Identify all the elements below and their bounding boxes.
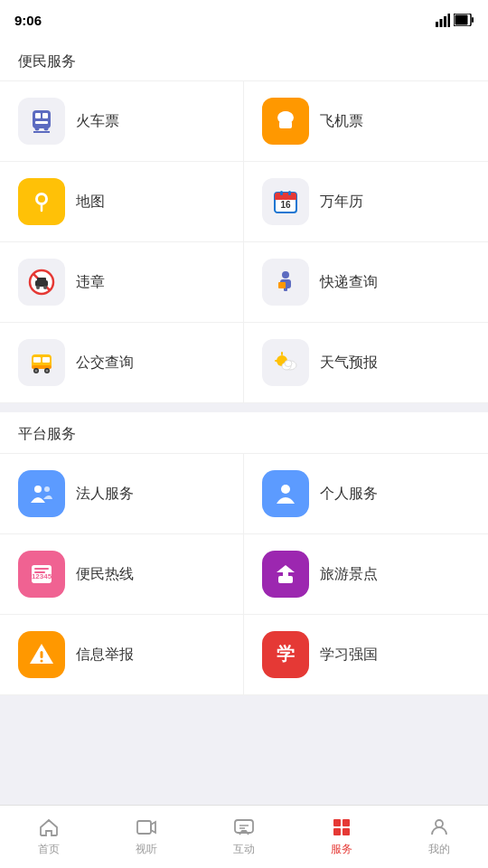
svg-text:12345: 12345 xyxy=(32,572,52,580)
study-label: 学习强国 xyxy=(320,646,378,665)
svg-point-71 xyxy=(436,820,443,827)
platform-services-grid: 法人服务 个人服务 12345 xyxy=(0,453,488,695)
train-item[interactable]: 火车票 xyxy=(0,81,244,162)
map-item[interactable]: 地图 xyxy=(0,162,244,242)
convenient-services-section: 便民服务 火车票 xyxy=(0,40,488,403)
video-nav-icon xyxy=(136,816,157,838)
svg-rect-28 xyxy=(37,278,46,282)
svg-rect-67 xyxy=(333,819,341,826)
svg-point-11 xyxy=(35,127,40,131)
hotline-icon-wrap: 12345 xyxy=(18,551,65,598)
tourism-item[interactable]: 旅游景点 xyxy=(244,534,488,615)
weather-item[interactable]: 天气预报 xyxy=(244,323,488,403)
status-bar: 9:06 xyxy=(0,0,488,40)
express-label: 快递查询 xyxy=(320,273,378,292)
nav-service-label: 服务 xyxy=(331,842,352,857)
svg-text:学: 学 xyxy=(277,644,295,664)
platform-services-title: 平台服务 xyxy=(0,412,488,453)
svg-rect-9 xyxy=(42,113,48,118)
svg-marker-57 xyxy=(277,565,295,572)
svg-point-50 xyxy=(44,486,50,492)
bus-label: 公交查询 xyxy=(76,354,134,373)
svg-rect-1 xyxy=(440,19,443,27)
personal-icon xyxy=(271,479,300,508)
personal-item[interactable]: 个人服务 xyxy=(244,454,488,534)
nav-interact[interactable]: 互动 xyxy=(195,816,293,857)
map-label: 地图 xyxy=(76,193,105,212)
calendar-icon: 16 xyxy=(271,187,300,216)
platform-services-section: 平台服务 法人服务 xyxy=(0,412,488,695)
svg-rect-63 xyxy=(137,821,151,834)
chat-nav-icon xyxy=(233,816,255,838)
convenient-services-title: 便民服务 xyxy=(0,40,488,80)
status-icons xyxy=(436,13,474,27)
grid-nav-icon xyxy=(331,816,352,838)
nav-mine-label: 我的 xyxy=(428,842,450,857)
flight-label: 飞机票 xyxy=(320,112,363,131)
tourism-label: 旅游景点 xyxy=(320,565,378,584)
svg-rect-0 xyxy=(436,22,438,27)
legal-item[interactable]: 法人服务 xyxy=(0,454,244,534)
svg-rect-24 xyxy=(288,191,291,195)
nav-mine[interactable]: 我的 xyxy=(390,816,488,857)
svg-rect-23 xyxy=(280,191,283,195)
calendar-label: 万年历 xyxy=(320,193,363,212)
tourism-icon xyxy=(271,560,300,589)
legal-icon xyxy=(27,479,56,508)
nav-home-label: 首页 xyxy=(38,842,60,857)
svg-rect-60 xyxy=(41,651,43,658)
nav-video[interactable]: 视听 xyxy=(98,816,195,857)
calendar-icon-wrap: 16 xyxy=(262,178,309,225)
svg-rect-54 xyxy=(34,568,49,570)
violation-icon xyxy=(27,268,56,297)
express-icon xyxy=(271,268,300,297)
report-icon xyxy=(27,640,56,669)
main-content: 便民服务 火车票 xyxy=(0,40,488,805)
flight-item[interactable]: 飞机票 xyxy=(244,81,488,162)
hotline-item[interactable]: 12345 便民热线 xyxy=(0,534,244,615)
svg-rect-37 xyxy=(42,357,50,363)
train-label: 火车票 xyxy=(76,112,119,131)
svg-rect-55 xyxy=(34,571,45,573)
tourism-icon-wrap xyxy=(262,551,309,598)
svg-point-49 xyxy=(34,486,42,493)
svg-rect-6 xyxy=(472,17,474,23)
svg-rect-69 xyxy=(333,828,341,835)
svg-rect-2 xyxy=(444,16,446,27)
violation-item[interactable]: 违章 xyxy=(0,242,244,323)
flight-icon xyxy=(271,107,300,136)
violation-icon-wrap xyxy=(18,259,65,306)
bus-icon-wrap xyxy=(18,339,65,386)
calendar-item[interactable]: 16 万年历 xyxy=(244,162,488,242)
person-nav-icon xyxy=(428,816,450,838)
personal-label: 个人服务 xyxy=(320,485,378,504)
map-icon-wrap xyxy=(18,178,65,225)
report-icon-wrap xyxy=(18,631,65,678)
svg-rect-8 xyxy=(35,113,41,118)
svg-point-41 xyxy=(35,370,38,373)
svg-rect-68 xyxy=(343,819,350,826)
svg-point-48 xyxy=(285,361,292,367)
legal-icon-wrap xyxy=(18,470,65,517)
bus-icon xyxy=(27,348,56,377)
svg-rect-15 xyxy=(279,121,292,128)
express-item[interactable]: 快递查询 xyxy=(244,242,488,323)
svg-point-18 xyxy=(38,195,45,203)
report-item[interactable]: 信息举报 xyxy=(0,615,244,695)
svg-rect-56 xyxy=(278,576,293,583)
hotline-label: 便民热线 xyxy=(76,565,134,584)
convenient-services-grid: 火车票 飞机票 xyxy=(0,80,488,403)
signal-icon xyxy=(436,13,450,27)
svg-rect-70 xyxy=(343,828,350,835)
svg-point-29 xyxy=(36,286,40,289)
map-icon xyxy=(27,187,56,216)
svg-rect-5 xyxy=(455,15,468,25)
nav-service[interactable]: 服务 xyxy=(293,816,390,857)
train-icon-wrap xyxy=(18,98,65,145)
bus-item[interactable]: 公交查询 xyxy=(0,323,244,403)
study-item[interactable]: 学 学习强国 xyxy=(244,615,488,695)
svg-point-61 xyxy=(41,660,43,663)
report-label: 信息举报 xyxy=(76,646,134,665)
bottom-nav: 首页 视听 互动 服务 我的 xyxy=(0,805,488,868)
nav-home[interactable]: 首页 xyxy=(0,816,98,857)
